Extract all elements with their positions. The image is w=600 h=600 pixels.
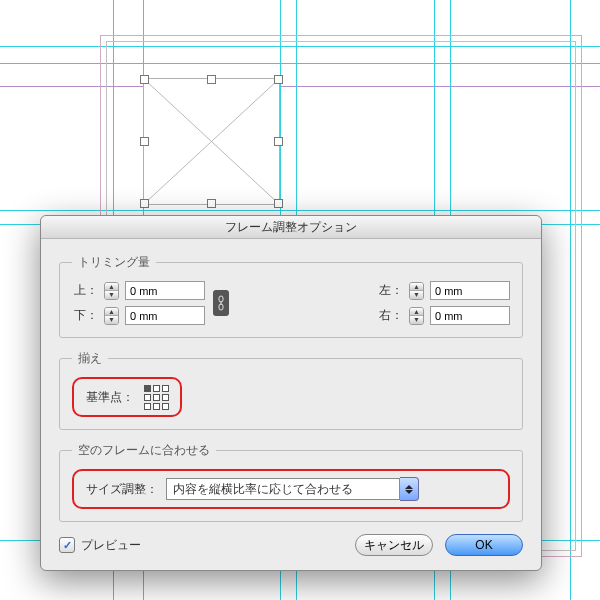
right-field[interactable] (430, 306, 510, 325)
left-stepper[interactable]: ▲▼ (409, 282, 424, 300)
reference-point-proxy[interactable] (144, 385, 168, 409)
chevron-down-icon[interactable]: ▼ (105, 316, 118, 324)
handle-tl[interactable] (140, 75, 149, 84)
bottom-field[interactable] (125, 306, 205, 325)
chain-icon (216, 295, 226, 311)
fitting-group: 空のフレームに合わせる サイズ調整： 内容を縦横比率に応じて合わせる (59, 442, 523, 522)
right-stepper[interactable]: ▲▼ (409, 307, 424, 325)
left-label: 左： (377, 282, 403, 299)
fitting-select[interactable]: 内容を縦横比率に応じて合わせる (166, 477, 419, 501)
handle-ml[interactable] (140, 137, 149, 146)
image-frame[interactable] (143, 78, 280, 205)
top-label: 上： (72, 282, 98, 299)
chevron-down-icon[interactable]: ▼ (410, 291, 423, 299)
top-stepper[interactable]: ▲▼ (104, 282, 119, 300)
reference-point-label: 基準点： (86, 389, 134, 406)
fitting-value: 内容を縦横比率に応じて合わせる (166, 478, 400, 500)
top-field[interactable] (125, 281, 205, 300)
empty-frame-x-icon (144, 79, 279, 204)
link-values-button[interactable] (213, 290, 229, 316)
chevron-up-icon[interactable]: ▲ (105, 283, 118, 291)
ok-button[interactable]: OK (445, 534, 523, 556)
frame-fitting-options-dialog: フレーム調整オプション トリミング量 上： ▲▼ 下： (40, 215, 542, 571)
handle-bc[interactable] (207, 199, 216, 208)
chevron-up-icon[interactable]: ▲ (105, 308, 118, 316)
cancel-button[interactable]: キャンセル (355, 534, 433, 556)
align-highlight: 基準点： (72, 377, 182, 417)
handle-tr[interactable] (274, 75, 283, 84)
crop-legend: トリミング量 (72, 254, 156, 271)
handle-br[interactable] (274, 199, 283, 208)
right-label: 右： (377, 307, 403, 324)
bottom-stepper[interactable]: ▲▼ (104, 307, 119, 325)
align-legend: 揃え (72, 350, 108, 367)
chevron-up-icon[interactable]: ▲ (410, 308, 423, 316)
chevron-down-icon[interactable]: ▼ (410, 316, 423, 324)
fitting-label: サイズ調整： (86, 481, 158, 498)
chevron-up-icon[interactable]: ▲ (410, 283, 423, 291)
handle-tc[interactable] (207, 75, 216, 84)
dialog-title[interactable]: フレーム調整オプション (41, 216, 541, 239)
chevron-down-icon[interactable]: ▼ (105, 291, 118, 299)
preview-label: プレビュー (81, 537, 141, 554)
preview-checkbox[interactable]: ✓ プレビュー (59, 537, 141, 554)
alignment-group: 揃え 基準点： (59, 350, 523, 430)
fitting-legend: 空のフレームに合わせる (72, 442, 216, 459)
handle-mr[interactable] (274, 137, 283, 146)
fitting-highlight: サイズ調整： 内容を縦横比率に応じて合わせる (72, 469, 510, 509)
left-field[interactable] (430, 281, 510, 300)
select-arrows-icon[interactable] (400, 477, 419, 501)
handle-bl[interactable] (140, 199, 149, 208)
bottom-label: 下： (72, 307, 98, 324)
checkmark-icon: ✓ (59, 537, 75, 553)
crop-amount-group: トリミング量 上： ▲▼ 下： ▲▼ (59, 254, 523, 338)
